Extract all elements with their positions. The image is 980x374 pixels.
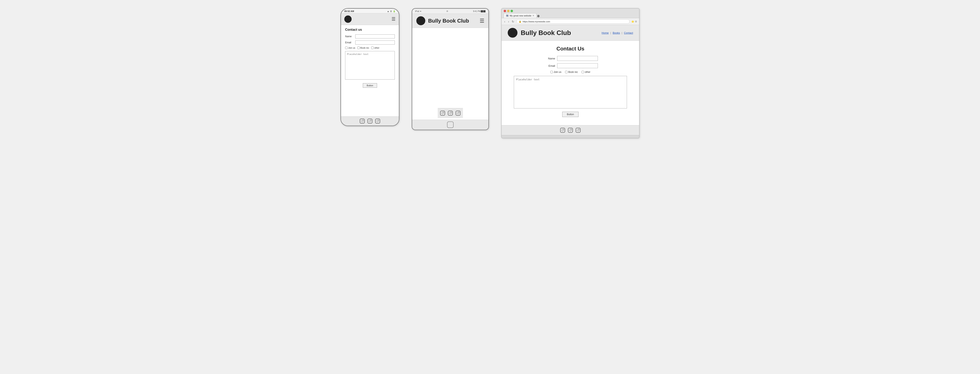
browser-email-input[interactable] — [557, 63, 598, 68]
browser-instagram-icon-2[interactable] — [568, 128, 573, 133]
phone-header: ☰ — [341, 13, 399, 25]
browser-nav-links: Home | Books | Contact — [602, 31, 633, 34]
browser-nav-contact[interactable]: Contact — [624, 31, 633, 34]
tablet-instagram-icon-2[interactable] — [448, 111, 453, 116]
browser-checkbox-other[interactable] — [582, 71, 584, 73]
tablet-home-button[interactable] — [447, 121, 453, 128]
phone-checkbox-book[interactable] — [357, 46, 360, 49]
browser-nav-home[interactable]: Home — [602, 31, 609, 34]
browser-refresh-button[interactable]: ↻ — [511, 20, 515, 23]
browser-nav-sep-1: | — [610, 31, 611, 34]
browser-mockup: N My great new website ✕ ⊕ ‹ › ↻ 🔒 https… — [501, 8, 640, 138]
phone-name-row: Name — [345, 34, 395, 38]
phone-checkbox-other[interactable] — [371, 46, 374, 49]
browser-forward-button[interactable]: › — [508, 20, 510, 23]
browser-close-button[interactable] — [504, 10, 506, 12]
tablet-blank-area — [412, 28, 488, 97]
tablet-status-right: ⬛⬛ — [480, 10, 485, 13]
tablet-camera — [447, 10, 448, 12]
tablet-home-bar — [412, 119, 488, 130]
browser-extension-icons: ⭐ ⚙ — [631, 20, 637, 23]
browser-checkbox-join[interactable] — [550, 71, 553, 73]
tablet-header: Bully Book Club ☰ — [412, 14, 488, 28]
phone-status-icons: ▲ ☰ 🔋 — [387, 10, 396, 13]
browser-traffic-lights — [504, 10, 637, 12]
browser-name-label: Name — [543, 57, 555, 60]
tablet-footer-area — [412, 108, 488, 130]
tablet-logo — [416, 16, 425, 25]
browser-tab-title: My great new website — [510, 14, 531, 17]
browser-textarea[interactable] — [514, 76, 627, 108]
browser-url-text: https://www.mynewsite.com — [523, 20, 550, 23]
phone-contact-heading: Contact us — [345, 28, 395, 32]
phone-logo — [344, 16, 352, 23]
phone-email-input[interactable] — [355, 40, 395, 45]
tablet-status-time: 9:41 PM — [473, 10, 480, 13]
tablet-mockup: iPod ✦ 9:41 PM ⬛⬛ Bully Book Club ☰ — [412, 8, 489, 130]
phone-name-label: Name — [345, 35, 354, 38]
tablet-header-left: Bully Book Club — [416, 16, 469, 25]
browser-checkbox-join-label[interactable]: Join us — [550, 71, 562, 73]
tablet-footer-icons — [438, 108, 463, 118]
phone-name-input[interactable] — [355, 34, 395, 38]
browser-site-logo — [508, 28, 517, 38]
browser-name-input[interactable] — [557, 56, 598, 61]
browser-name-row: Name — [514, 56, 627, 61]
browser-back-button[interactable]: ‹ — [504, 20, 506, 23]
browser-checkboxes-row: Join us Book rec other — [514, 71, 627, 73]
phone-email-row: Email — [345, 40, 395, 45]
browser-tab-favicon: N — [506, 14, 509, 17]
browser-url-bar[interactable]: 🔒 https://www.mynewsite.com — [517, 19, 629, 24]
phone-checkboxes-row: Join us Book rec other — [345, 46, 395, 49]
browser-new-tab-button[interactable]: ⊕ — [537, 14, 540, 18]
browser-content: Contact Us Name Email Join us Book rec o… — [501, 41, 639, 125]
phone-textarea[interactable] — [345, 51, 395, 80]
instagram-icon-2[interactable] — [368, 119, 372, 124]
phone-mockup: 09:52 AM ▲ ☰ 🔋 ☰ Contact us Name Email J… — [340, 8, 399, 126]
browser-checkbox-other-label[interactable]: other — [582, 71, 590, 73]
browser-site-title: Bully Book Club — [521, 29, 571, 37]
hamburger-menu-icon[interactable]: ☰ — [391, 17, 396, 21]
phone-status-bar: 09:52 AM ▲ ☰ 🔋 — [341, 9, 399, 13]
browser-email-row: Email — [514, 63, 627, 68]
phone-checkbox-join-label[interactable]: Join us — [345, 46, 355, 49]
browser-submit-button[interactable]: Button — [562, 112, 579, 117]
browser-instagram-icon-3[interactable] — [576, 128, 581, 133]
phone-email-label: Email — [345, 41, 354, 44]
browser-checkbox-book-label[interactable]: Book rec — [565, 71, 578, 73]
browser-chrome: N My great new website ✕ ⊕ — [501, 8, 639, 18]
tablet-instagram-icon-3[interactable] — [456, 111, 460, 116]
browser-checkbox-book[interactable] — [565, 71, 568, 73]
phone-checkbox-book-label[interactable]: Book rec — [357, 46, 369, 49]
tablet-status-bar: iPod ✦ 9:41 PM ⬛⬛ — [412, 9, 488, 14]
browser-tab-bar: N My great new website ✕ ⊕ — [504, 13, 637, 18]
phone-footer — [341, 116, 399, 126]
instagram-icon-3[interactable] — [375, 119, 380, 124]
tablet-content — [412, 28, 488, 108]
browser-minimize-button[interactable] — [507, 10, 509, 12]
tablet-status-left: iPod ✦ — [415, 10, 422, 13]
browser-active-tab[interactable]: N My great new website ✕ — [504, 13, 536, 18]
browser-contact-heading: Contact Us — [514, 46, 627, 52]
tablet-site-title: Bully Book Club — [428, 18, 469, 24]
browser-addressbar: ‹ › ↻ 🔒 https://www.mynewsite.com ⭐ ⚙ — [501, 18, 639, 25]
tablet-hamburger-icon[interactable]: ☰ — [480, 18, 484, 24]
browser-site-header: Bully Book Club Home | Books | Contact — [501, 25, 639, 41]
browser-lock-icon: 🔒 — [519, 20, 522, 23]
browser-tab-close-icon[interactable]: ✕ — [532, 14, 535, 17]
phone-checkbox-join[interactable] — [345, 46, 348, 49]
browser-footer-bar — [501, 135, 639, 138]
instagram-icon-1[interactable] — [360, 119, 365, 124]
browser-nav-sep-2: | — [622, 31, 622, 34]
phone-time: 09:52 AM — [344, 10, 354, 13]
browser-instagram-icon-1[interactable] — [560, 128, 565, 133]
browser-footer — [501, 125, 639, 135]
tablet-instagram-icon-1[interactable] — [440, 111, 445, 116]
phone-content: Contact us Name Email Join us Book rec o… — [341, 25, 399, 116]
browser-email-label: Email — [543, 64, 555, 67]
phone-checkbox-other-label[interactable]: other — [371, 46, 379, 49]
browser-maximize-button[interactable] — [511, 10, 513, 12]
browser-header-left: Bully Book Club — [508, 28, 571, 38]
browser-nav-books[interactable]: Books — [613, 31, 620, 34]
phone-submit-button[interactable]: Button — [363, 83, 377, 88]
